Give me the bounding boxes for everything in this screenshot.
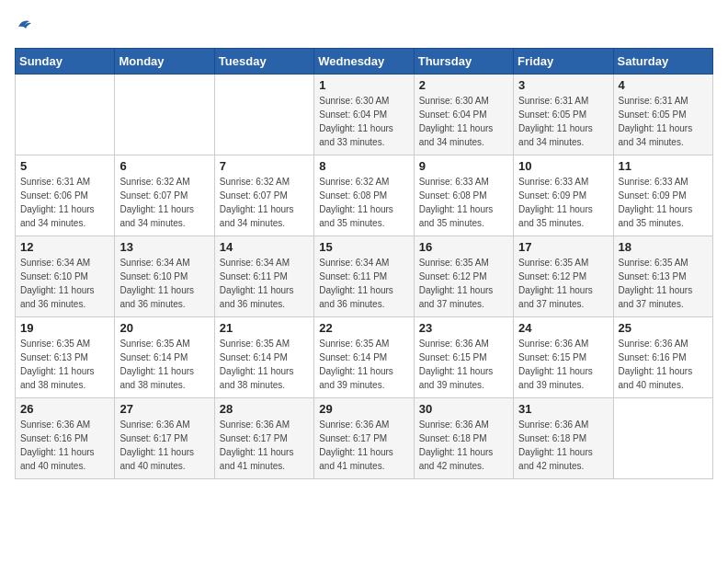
- day-info: Sunrise: 6:36 AM Sunset: 6:18 PM Dayligh…: [518, 418, 608, 473]
- day-number: 9: [419, 159, 508, 173]
- calendar-cell: 28Sunrise: 6:36 AM Sunset: 6:17 PM Dayli…: [214, 398, 313, 479]
- day-number: 30: [419, 402, 508, 416]
- calendar-cell: [115, 75, 214, 155]
- day-number: 18: [619, 240, 708, 254]
- calendar-cell: 12Sunrise: 6:34 AM Sunset: 6:10 PM Dayli…: [16, 236, 115, 317]
- day-info: Sunrise: 6:32 AM Sunset: 6:08 PM Dayligh…: [319, 175, 408, 230]
- calendar-table: SundayMondayTuesdayWednesdayThursdayFrid…: [15, 48, 713, 479]
- day-number: 20: [119, 321, 209, 335]
- day-number: 28: [220, 402, 309, 416]
- day-number: 31: [518, 402, 608, 416]
- calendar-cell: 25Sunrise: 6:36 AM Sunset: 6:16 PM Dayli…: [613, 317, 712, 398]
- day-info: Sunrise: 6:33 AM Sunset: 6:09 PM Dayligh…: [619, 175, 708, 230]
- day-number: 15: [319, 240, 408, 254]
- day-number: 11: [619, 159, 708, 173]
- day-info: Sunrise: 6:36 AM Sunset: 6:16 PM Dayligh…: [20, 418, 109, 473]
- calendar-cell: 16Sunrise: 6:35 AM Sunset: 6:12 PM Dayli…: [414, 236, 513, 317]
- day-number: 10: [518, 159, 608, 173]
- day-info: Sunrise: 6:30 AM Sunset: 6:04 PM Dayligh…: [319, 94, 408, 149]
- calendar-cell: 20Sunrise: 6:35 AM Sunset: 6:14 PM Dayli…: [115, 317, 214, 398]
- day-info: Sunrise: 6:35 AM Sunset: 6:14 PM Dayligh…: [119, 337, 209, 392]
- header-day-thursday: Thursday: [414, 49, 513, 75]
- calendar-cell: 7Sunrise: 6:32 AM Sunset: 6:07 PM Daylig…: [214, 155, 313, 236]
- day-number: 7: [220, 159, 309, 173]
- calendar-cell: 22Sunrise: 6:35 AM Sunset: 6:14 PM Dayli…: [314, 317, 414, 398]
- day-info: Sunrise: 6:33 AM Sunset: 6:08 PM Dayligh…: [419, 175, 508, 230]
- day-info: Sunrise: 6:35 AM Sunset: 6:13 PM Dayligh…: [20, 337, 109, 392]
- calendar-cell: 4Sunrise: 6:31 AM Sunset: 6:05 PM Daylig…: [613, 75, 712, 155]
- day-number: 26: [20, 402, 109, 416]
- day-number: 2: [419, 78, 508, 92]
- calendar-header: SundayMondayTuesdayWednesdayThursdayFrid…: [16, 49, 713, 75]
- page-header: [15, 15, 713, 37]
- calendar-cell: 18Sunrise: 6:35 AM Sunset: 6:13 PM Dayli…: [613, 236, 712, 317]
- day-number: 16: [419, 240, 508, 254]
- day-info: Sunrise: 6:32 AM Sunset: 6:07 PM Dayligh…: [220, 175, 309, 230]
- day-number: 17: [518, 240, 608, 254]
- day-number: 4: [619, 78, 708, 92]
- week-row-4: 19Sunrise: 6:35 AM Sunset: 6:13 PM Dayli…: [16, 317, 713, 398]
- day-number: 24: [518, 321, 608, 335]
- day-number: 25: [619, 321, 708, 335]
- day-info: Sunrise: 6:36 AM Sunset: 6:17 PM Dayligh…: [220, 418, 309, 473]
- day-info: Sunrise: 6:34 AM Sunset: 6:10 PM Dayligh…: [20, 256, 109, 311]
- day-number: 1: [319, 78, 408, 92]
- day-info: Sunrise: 6:32 AM Sunset: 6:07 PM Dayligh…: [119, 175, 209, 230]
- day-number: 19: [20, 321, 109, 335]
- day-info: Sunrise: 6:36 AM Sunset: 6:18 PM Dayligh…: [419, 418, 508, 473]
- header-day-friday: Friday: [514, 49, 613, 75]
- day-info: Sunrise: 6:31 AM Sunset: 6:05 PM Dayligh…: [619, 94, 708, 149]
- calendar-cell: 9Sunrise: 6:33 AM Sunset: 6:08 PM Daylig…: [414, 155, 513, 236]
- day-info: Sunrise: 6:34 AM Sunset: 6:10 PM Dayligh…: [119, 256, 209, 311]
- calendar-cell: 1Sunrise: 6:30 AM Sunset: 6:04 PM Daylig…: [314, 75, 414, 155]
- calendar-cell: 17Sunrise: 6:35 AM Sunset: 6:12 PM Dayli…: [514, 236, 613, 317]
- calendar-cell: 30Sunrise: 6:36 AM Sunset: 6:18 PM Dayli…: [414, 398, 513, 479]
- day-info: Sunrise: 6:34 AM Sunset: 6:11 PM Dayligh…: [319, 256, 408, 311]
- calendar-cell: [613, 398, 712, 479]
- calendar-cell: 15Sunrise: 6:34 AM Sunset: 6:11 PM Dayli…: [314, 236, 414, 317]
- calendar-cell: 24Sunrise: 6:36 AM Sunset: 6:15 PM Dayli…: [514, 317, 613, 398]
- calendar-cell: 3Sunrise: 6:31 AM Sunset: 6:05 PM Daylig…: [514, 75, 613, 155]
- day-number: 21: [220, 321, 309, 335]
- day-number: 23: [419, 321, 508, 335]
- calendar-cell: 27Sunrise: 6:36 AM Sunset: 6:17 PM Dayli…: [115, 398, 214, 479]
- day-number: 6: [119, 159, 209, 173]
- day-number: 8: [319, 159, 408, 173]
- week-row-1: 1Sunrise: 6:30 AM Sunset: 6:04 PM Daylig…: [16, 75, 713, 155]
- week-row-2: 5Sunrise: 6:31 AM Sunset: 6:06 PM Daylig…: [16, 155, 713, 236]
- day-info: Sunrise: 6:36 AM Sunset: 6:16 PM Dayligh…: [619, 337, 708, 392]
- header-day-saturday: Saturday: [613, 49, 712, 75]
- day-number: 14: [220, 240, 309, 254]
- day-info: Sunrise: 6:31 AM Sunset: 6:05 PM Dayligh…: [518, 94, 608, 149]
- day-info: Sunrise: 6:35 AM Sunset: 6:12 PM Dayligh…: [419, 256, 508, 311]
- calendar-body: 1Sunrise: 6:30 AM Sunset: 6:04 PM Daylig…: [16, 75, 713, 479]
- day-info: Sunrise: 6:36 AM Sunset: 6:15 PM Dayligh…: [518, 337, 608, 392]
- calendar-cell: 14Sunrise: 6:34 AM Sunset: 6:11 PM Dayli…: [214, 236, 313, 317]
- header-row: SundayMondayTuesdayWednesdayThursdayFrid…: [16, 49, 713, 75]
- day-info: Sunrise: 6:35 AM Sunset: 6:13 PM Dayligh…: [619, 256, 708, 311]
- calendar-cell: 11Sunrise: 6:33 AM Sunset: 6:09 PM Dayli…: [613, 155, 712, 236]
- calendar-cell: 13Sunrise: 6:34 AM Sunset: 6:10 PM Dayli…: [115, 236, 214, 317]
- day-info: Sunrise: 6:35 AM Sunset: 6:12 PM Dayligh…: [518, 256, 608, 311]
- logo: [15, 15, 33, 37]
- calendar-cell: 19Sunrise: 6:35 AM Sunset: 6:13 PM Dayli…: [16, 317, 115, 398]
- calendar-cell: 23Sunrise: 6:36 AM Sunset: 6:15 PM Dayli…: [414, 317, 513, 398]
- day-info: Sunrise: 6:30 AM Sunset: 6:04 PM Dayligh…: [419, 94, 508, 149]
- calendar-cell: 6Sunrise: 6:32 AM Sunset: 6:07 PM Daylig…: [115, 155, 214, 236]
- week-row-5: 26Sunrise: 6:36 AM Sunset: 6:16 PM Dayli…: [16, 398, 713, 479]
- logo-bird-icon: [17, 16, 33, 32]
- day-number: 12: [20, 240, 109, 254]
- header-day-sunday: Sunday: [16, 49, 115, 75]
- day-info: Sunrise: 6:35 AM Sunset: 6:14 PM Dayligh…: [319, 337, 408, 392]
- header-day-tuesday: Tuesday: [214, 49, 313, 75]
- day-number: 5: [20, 159, 109, 173]
- calendar-cell: 2Sunrise: 6:30 AM Sunset: 6:04 PM Daylig…: [414, 75, 513, 155]
- day-info: Sunrise: 6:36 AM Sunset: 6:15 PM Dayligh…: [419, 337, 508, 392]
- day-number: 13: [119, 240, 209, 254]
- day-info: Sunrise: 6:33 AM Sunset: 6:09 PM Dayligh…: [518, 175, 608, 230]
- calendar-cell: 29Sunrise: 6:36 AM Sunset: 6:17 PM Dayli…: [314, 398, 414, 479]
- day-info: Sunrise: 6:34 AM Sunset: 6:11 PM Dayligh…: [220, 256, 309, 311]
- calendar-cell: 8Sunrise: 6:32 AM Sunset: 6:08 PM Daylig…: [314, 155, 414, 236]
- header-day-monday: Monday: [115, 49, 214, 75]
- calendar-cell: 10Sunrise: 6:33 AM Sunset: 6:09 PM Dayli…: [514, 155, 613, 236]
